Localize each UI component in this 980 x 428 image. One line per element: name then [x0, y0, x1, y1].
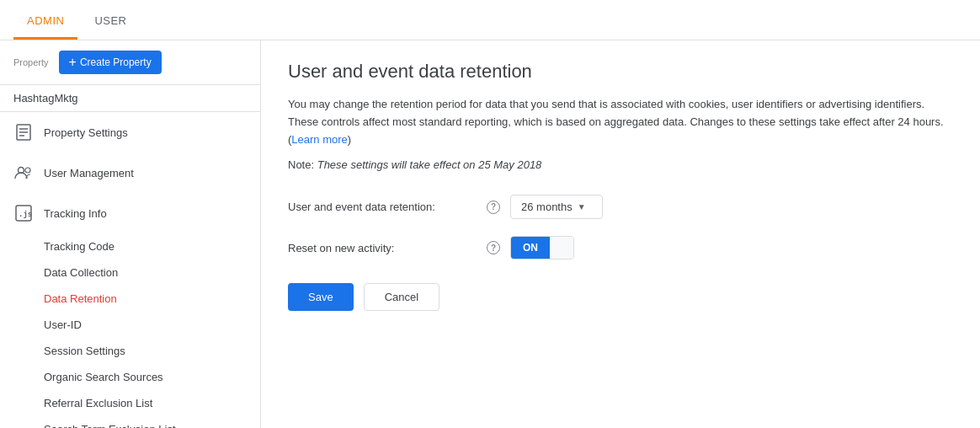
svg-point-5	[25, 168, 30, 173]
note-label: Note:	[288, 158, 314, 171]
sidebar-sub-item-data-collection[interactable]: Data Collection	[44, 259, 260, 286]
description-text: You may change the retention period for …	[288, 96, 953, 148]
sidebar-item-tracking-info[interactable]: .js Tracking Info	[0, 193, 260, 233]
sidebar-sub-item-tracking-code[interactable]: Tracking Code	[44, 233, 260, 259]
property-label: Property	[13, 57, 49, 67]
chevron-down-icon: ▼	[578, 202, 586, 211]
property-name: HashtagMktg	[0, 85, 260, 112]
sidebar-item-tracking-info-label: Tracking Info	[44, 207, 107, 220]
tab-admin[interactable]: ADMIN	[13, 4, 77, 40]
property-row: Property + Create Property	[0, 40, 260, 85]
save-button[interactable]: Save	[288, 283, 354, 311]
svg-text:.js: .js	[19, 210, 32, 218]
main-layout: Property + Create Property HashtagMktg ←…	[0, 40, 980, 428]
sidebar-sub-item-organic-search-sources[interactable]: Organic Search Sources	[44, 364, 260, 390]
plus-icon: +	[69, 56, 77, 69]
toggle-on-option[interactable]: ON	[511, 237, 550, 259]
note-text: Note: These settings will take effect on…	[288, 158, 953, 171]
note-italic-text: These settings will take effect on 25 Ma…	[317, 158, 542, 171]
retention-label: User and event data retention:	[288, 201, 473, 213]
create-property-button[interactable]: + Create Property	[59, 51, 162, 74]
sidebar-sub-item-referral-exclusion-list[interactable]: Referral Exclusion List	[44, 390, 260, 416]
actions-row: Save Cancel	[288, 283, 953, 311]
sidebar-sub-item-data-retention[interactable]: Data Retention	[44, 286, 260, 312]
sidebar-item-property-settings-label: Property Settings	[44, 126, 128, 139]
toggle-off-option[interactable]	[550, 237, 573, 259]
page-title: User and event data retention	[288, 61, 953, 83]
sidebar-item-property-settings[interactable]: ← Property Settings	[0, 112, 260, 152]
page-icon	[13, 122, 34, 142]
retention-help-icon[interactable]: ?	[487, 201, 500, 214]
reset-row: Reset on new activity: ? ON	[288, 236, 953, 259]
people-icon	[13, 163, 34, 183]
sidebar-item-user-management-label: User Management	[44, 167, 134, 179]
reset-label: Reset on new activity:	[288, 242, 473, 254]
sidebar-sub-item-search-term-exclusion-list[interactable]: Search Term Exclusion List	[44, 416, 260, 428]
js-icon: .js	[13, 203, 34, 223]
tracking-sub-items: Tracking Code Data Collection Data Reten…	[0, 233, 260, 428]
retention-dropdown[interactable]: 26 months ▼	[510, 195, 603, 219]
top-nav: ADMIN USER	[0, 0, 980, 40]
retention-row: User and event data retention: ? 26 mont…	[288, 195, 953, 219]
sidebar-sub-item-user-id[interactable]: User-ID	[44, 312, 260, 338]
retention-value: 26 months	[521, 201, 573, 213]
sidebar-sub-item-session-settings[interactable]: Session Settings	[44, 338, 260, 364]
create-property-label: Create Property	[80, 56, 152, 68]
content-area: User and event data retention You may ch…	[261, 40, 980, 428]
learn-more-link[interactable]: Learn more	[291, 133, 347, 146]
sidebar: Property + Create Property HashtagMktg ←…	[0, 40, 261, 428]
cancel-button[interactable]: Cancel	[364, 283, 439, 311]
sidebar-item-user-management[interactable]: User Management	[0, 152, 260, 193]
tab-user[interactable]: USER	[81, 4, 140, 40]
reset-toggle[interactable]: ON	[510, 236, 574, 259]
reset-help-icon[interactable]: ?	[487, 241, 500, 254]
